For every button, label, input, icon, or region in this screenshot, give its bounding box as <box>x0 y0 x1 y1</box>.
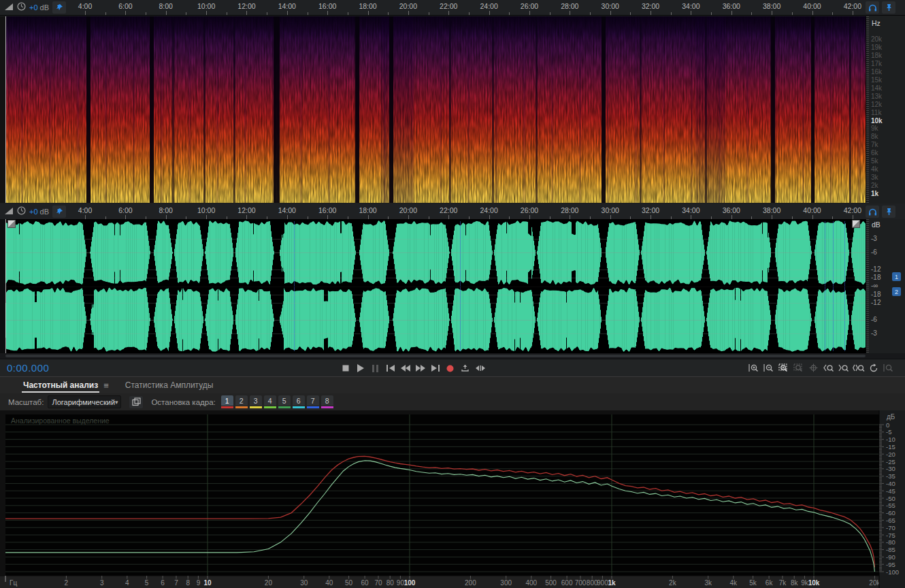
silence-gap <box>389 16 393 203</box>
hold-color-swatch <box>235 406 248 408</box>
analysis-panel: Частотный анализ ≡ Статистика Амплитуды … <box>0 376 905 588</box>
timeline-tick <box>772 11 772 15</box>
skip-to-start-button[interactable] <box>383 361 397 375</box>
timeline-tick-label: 12:00 <box>233 2 260 10</box>
hold-button-2[interactable]: 2 <box>235 395 248 408</box>
time-display[interactable]: 0:00.000 <box>7 362 49 374</box>
pause-button[interactable] <box>368 361 382 375</box>
hold-color-swatch <box>307 406 319 408</box>
headphones-icon <box>868 4 877 12</box>
skip-selection-button[interactable] <box>473 361 487 375</box>
x-tick-label: 2k <box>669 579 677 587</box>
channel-badge-1: 1 <box>892 272 901 281</box>
y-tick-label: -20 <box>886 451 895 458</box>
selection-handle-right[interactable] <box>852 220 860 228</box>
silence-gap <box>492 16 494 203</box>
hold-button-1[interactable]: 1 <box>221 395 233 408</box>
pin-marker-button[interactable] <box>52 206 66 218</box>
frequency-scale-label: 16k <box>871 68 882 76</box>
monitor-button[interactable] <box>866 206 879 218</box>
timeline-tick <box>711 12 712 15</box>
frequency-scale-label: 10k <box>871 117 883 125</box>
timeline-tick <box>308 12 308 15</box>
x-axis-unit: Гц <box>10 579 17 587</box>
waveform-view[interactable] <box>5 219 866 353</box>
copy-icon <box>132 397 141 406</box>
clock-icon[interactable] <box>17 206 26 218</box>
spectrogram-view[interactable] <box>5 16 866 203</box>
timeline-tick-label: 6:00 <box>112 2 139 10</box>
loop-playback-button[interactable] <box>458 361 472 375</box>
x-tick-label: 10k <box>808 579 820 587</box>
hold-button-8[interactable]: 8 <box>321 395 333 408</box>
zoom-in-selection-button[interactable] <box>776 361 791 375</box>
hold-button-6[interactable]: 6 <box>293 395 305 408</box>
timeline-tick <box>125 11 126 15</box>
monitor-button[interactable] <box>866 1 879 14</box>
hold-button-4[interactable]: 4 <box>264 395 276 408</box>
zoom-selection-edges-button[interactable] <box>851 361 866 375</box>
frequency-scale-label: 4k <box>871 165 878 173</box>
timeline-tick-label: 8:00 <box>152 206 180 214</box>
timeline-tick-label: 18:00 <box>355 2 382 10</box>
gain-readout[interactable]: +0 dB <box>29 208 49 216</box>
timeline-ruler-waveform[interactable]: 4:006:008:0010:0012:0014:0016:0018:0020:… <box>0 204 905 220</box>
rewind-button[interactable] <box>398 361 412 375</box>
record-button[interactable] <box>443 361 457 375</box>
timeline-tick-label: 32:00 <box>637 2 664 10</box>
play-button[interactable] <box>353 361 367 375</box>
zoom-out-time-button[interactable] <box>761 361 776 375</box>
x-tick-label: 7k <box>779 579 787 587</box>
horizontal-scrollbar[interactable] <box>0 353 905 359</box>
y-tick-label: -50 <box>886 495 895 502</box>
zoom-out-selection-button[interactable] <box>791 361 806 375</box>
hold-color-swatch <box>321 406 333 408</box>
tab-frequency-analysis[interactable]: Частотный анализ <box>16 377 105 393</box>
hold-button-label: 4 <box>264 395 276 406</box>
x-tick-label: 8k <box>791 579 799 587</box>
timeline-tick-label: 26:00 <box>516 2 543 10</box>
copy-data-button[interactable] <box>129 396 143 408</box>
frequency-scale-label: 3k <box>871 174 878 181</box>
hold-button-3[interactable]: 3 <box>250 395 262 408</box>
zoom-in-time-button[interactable] <box>746 361 761 375</box>
selection-handle-left[interactable] <box>7 220 16 228</box>
y-tick-label: -60 <box>886 509 895 517</box>
clock-icon[interactable] <box>17 1 26 14</box>
zoom-in-left-edge-button[interactable] <box>821 361 836 375</box>
gain-readout[interactable]: +0 dB <box>29 3 49 12</box>
pushpin-button[interactable] <box>882 206 895 218</box>
volume-envelope-icon[interactable] <box>4 1 14 14</box>
silence-gap <box>602 16 606 203</box>
panel-toolbar-right <box>861 204 905 219</box>
pin-marker-button[interactable] <box>52 1 66 14</box>
frequency-scale-label: 9k <box>871 125 878 132</box>
frequency-analysis-chart[interactable]: Анализированное выделениеГц2345678910203… <box>0 410 905 588</box>
zoom-in-right-edge-button[interactable] <box>836 361 851 375</box>
pushpin-button[interactable] <box>882 1 895 14</box>
timeline-ticks[interactable]: 4:006:008:0010:0012:0014:0016:0018:0020:… <box>0 0 866 15</box>
reset-zoom-button[interactable] <box>866 361 881 375</box>
timeline-tick <box>227 12 227 15</box>
timeline-ticks[interactable]: 4:006:008:0010:0012:0014:0016:0018:0020:… <box>0 204 866 219</box>
silence-gap <box>233 16 235 203</box>
playhead[interactable] <box>5 16 6 203</box>
fast-forward-button[interactable] <box>413 361 427 375</box>
stop-button[interactable] <box>338 361 352 375</box>
zoom-amplitude-button[interactable] <box>881 361 895 375</box>
hold-button-5[interactable]: 5 <box>278 395 291 408</box>
hold-button-7[interactable]: 7 <box>307 395 319 408</box>
tab-amplitude-statistics[interactable]: Статистика Амплитуды <box>118 377 220 393</box>
skip-to-end-button[interactable] <box>428 361 442 375</box>
x-tick-label: 200 <box>465 579 476 587</box>
scale-ticks <box>866 219 869 353</box>
x-tick-label: 900 <box>597 579 608 587</box>
timeline-ruler-spectral[interactable]: 4:006:008:0010:0012:0014:0016:0018:0020:… <box>0 0 905 16</box>
zoom-full-button[interactable] <box>806 361 821 375</box>
x-tick-label: 400 <box>525 579 537 587</box>
scale-select[interactable]: Логарифмический ▾ <box>48 395 121 408</box>
volume-envelope-icon[interactable] <box>4 206 14 218</box>
timeline-tick-label: 36:00 <box>718 206 745 214</box>
scrollbar-thumb[interactable] <box>5 355 866 357</box>
frequency-scale-label: 20k <box>871 35 882 43</box>
